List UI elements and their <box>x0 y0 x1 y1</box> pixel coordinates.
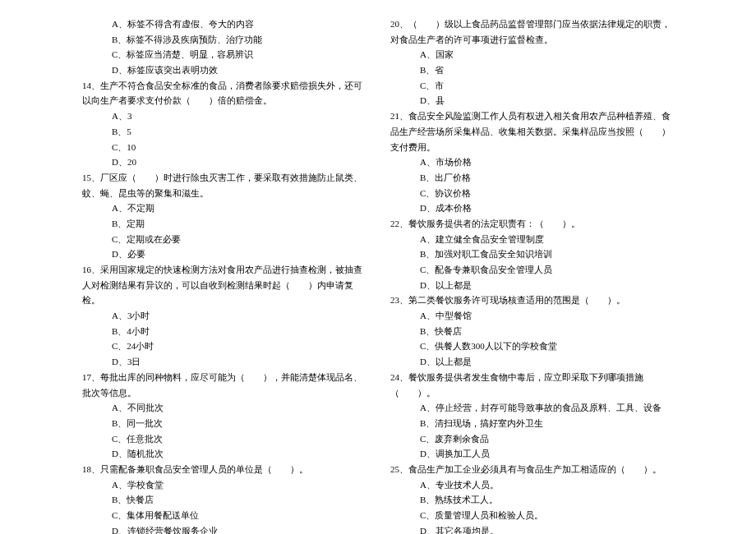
option: D、其它各项均是。 <box>390 523 674 534</box>
option: A、不定期 <box>82 200 366 216</box>
question-16: 16、采用国家规定的快速检测方法对食用农产品进行抽查检测，被抽查人对检测结果有异… <box>82 262 366 308</box>
option: A、学校食堂 <box>82 477 366 493</box>
option: C、市 <box>390 78 674 94</box>
question-18: 18、只需配备兼职食品安全管理人员的单位是（ ）。 <box>82 462 366 477</box>
option: C、集体用餐配送单位 <box>82 508 366 523</box>
question-21: 21、食品安全风险监测工作人员有权进入相关食用农产品种植养殖、食品生产经营场所采… <box>390 108 674 154</box>
option: A、市场价格 <box>390 154 674 170</box>
option: C、废弃剩余食品 <box>390 431 674 447</box>
option: A、中型餐馆 <box>390 308 674 324</box>
option: B、同一批次 <box>82 416 366 431</box>
option: A、标签不得含有虚假、夸大的内容 <box>82 16 366 32</box>
option: C、质量管理人员和检验人员。 <box>390 508 674 523</box>
option: B、加强对职工食品安全知识培训 <box>390 246 674 262</box>
option: B、出厂价格 <box>390 170 674 186</box>
option: C、供餐人数300人以下的学校食堂 <box>390 338 674 354</box>
option: B、标签不得涉及疾病预防、治疗功能 <box>82 32 366 48</box>
question-14: 14、生产不符合食品安全标准的食品，消费者除要求赔偿损失外，还可以向生产者要求支… <box>82 78 366 108</box>
option: B、快餐店 <box>390 324 674 339</box>
option: D、调换加工人员 <box>390 446 674 462</box>
option: D、连锁经营餐饮服务企业 <box>82 523 366 534</box>
option: D、标签应该突出表明功效 <box>82 62 366 78</box>
question-24: 24、餐饮服务提供者发生食物中毒后，应立即采取下列哪项措施（ ）。 <box>390 370 674 400</box>
option: D、县 <box>390 93 674 108</box>
option: C、10 <box>82 140 366 155</box>
option: B、4小时 <box>82 324 366 339</box>
option: B、快餐店 <box>82 492 366 508</box>
option: A、建立健全食品安全管理制度 <box>390 232 674 247</box>
option: C、任意批次 <box>82 431 366 447</box>
right-column: 20、（ ）级以上食品药品监督管理部门应当依据法律规定的职责，对食品生产者的许可… <box>390 16 674 534</box>
option: B、省 <box>390 62 674 78</box>
question-17: 17、每批出库的同种物料，应尽可能为（ ），并能清楚体现品名、批次等信息。 <box>82 370 366 400</box>
option: D、20 <box>82 154 366 170</box>
option: B、5 <box>82 124 366 140</box>
option: A、不同批次 <box>82 400 366 416</box>
option: D、必要 <box>82 246 366 262</box>
option: D、3日 <box>82 354 366 370</box>
question-20: 20、（ ）级以上食品药品监督管理部门应当依据法律规定的职责，对食品生产者的许可… <box>390 16 674 47</box>
option: A、3小时 <box>82 308 366 324</box>
option: B、熟练技术工人。 <box>390 492 674 508</box>
option: A、停止经营，封存可能导致事故的食品及原料、工具、设备 <box>390 400 674 416</box>
question-23: 23、第二类餐饮服务许可现场核查适用的范围是（ ）。 <box>390 292 674 308</box>
option: D、成本价格 <box>390 200 674 216</box>
option: C、标签应当清楚、明显，容易辨识 <box>82 47 366 62</box>
option: A、3 <box>82 108 366 124</box>
left-column: A、标签不得含有虚假、夸大的内容 B、标签不得涉及疾病预防、治疗功能 C、标签应… <box>82 16 366 534</box>
option: C、协议价格 <box>390 186 674 201</box>
option: D、随机批次 <box>82 446 366 462</box>
option: C、定期或在必要 <box>82 232 366 247</box>
option: C、24小时 <box>82 338 366 354</box>
page-content: A、标签不得含有虚假、夸大的内容 B、标签不得涉及疾病预防、治疗功能 C、标签应… <box>0 16 756 534</box>
question-15: 15、厂区应（ ）时进行除虫灭害工作，要采取有效措施防止鼠类、蚊、蝇、昆虫等的聚… <box>82 170 366 200</box>
option: B、清扫现场，搞好室内外卫生 <box>390 416 674 431</box>
option: A、专业技术人员。 <box>390 477 674 493</box>
option: D、以上都是 <box>390 354 674 370</box>
question-22: 22、餐饮服务提供者的法定职责有：（ ）。 <box>390 216 674 232</box>
question-25: 25、食品生产加工企业必须具有与食品生产加工相适应的（ ）。 <box>390 462 674 477</box>
option: A、国家 <box>390 47 674 62</box>
option: B、定期 <box>82 216 366 232</box>
option: C、配备专兼职食品安全管理人员 <box>390 262 674 278</box>
option: D、以上都是 <box>390 278 674 293</box>
